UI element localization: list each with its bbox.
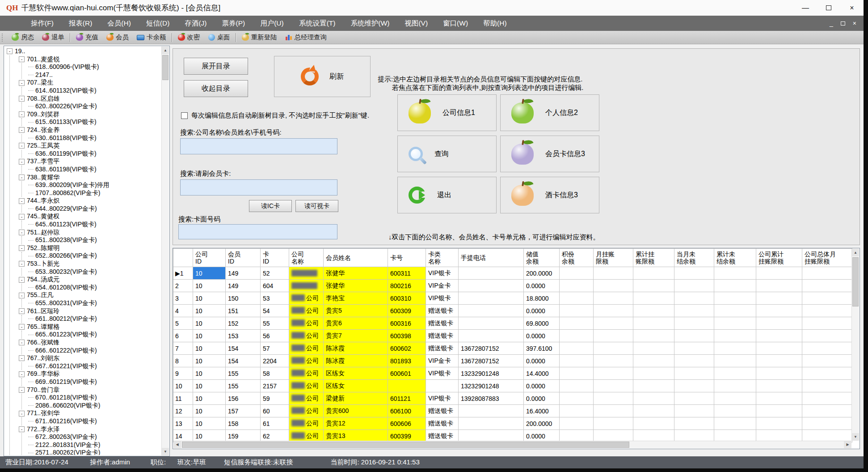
table-cell[interactable]: [459, 417, 524, 430]
table-cell[interactable]: [459, 317, 524, 330]
table-cell[interactable]: 10: [193, 417, 226, 430]
table-cell[interactable]: [756, 355, 802, 367]
tree-node-member[interactable]: -752..陈耀明: [19, 244, 160, 252]
table-cell[interactable]: 800216: [388, 280, 426, 292]
table-cell[interactable]: [426, 380, 459, 392]
table-cell[interactable]: [802, 317, 852, 330]
auto-refresh-checkbox[interactable]: [181, 112, 188, 119]
table-cell[interactable]: 10: [193, 292, 226, 305]
table-cell[interactable]: [594, 367, 633, 380]
tree-node-root[interactable]: -19..: [7, 47, 160, 55]
tree-expand-icon[interactable]: -: [19, 56, 25, 62]
column-header[interactable]: 会员 ID: [226, 249, 261, 267]
tree-card-label[interactable]: 2147..: [35, 71, 53, 79]
table-cell[interactable]: [714, 330, 756, 342]
table-cell[interactable]: 李艳宝: [324, 292, 388, 305]
menu-item[interactable]: 报表(R): [61, 19, 100, 28]
row-indicator[interactable]: 11: [173, 392, 193, 405]
tree-expand-icon[interactable]: -: [19, 426, 25, 432]
mdi-close-button[interactable]: ×: [853, 20, 856, 27]
table-cell[interactable]: 200.0000: [524, 417, 560, 430]
table-cell[interactable]: 601121: [388, 392, 426, 405]
table-cell[interactable]: [594, 267, 633, 280]
tree-expand-icon[interactable]: -: [19, 371, 25, 377]
tree-expand-icon[interactable]: -: [19, 159, 25, 165]
table-cell[interactable]: 公司: [289, 380, 324, 392]
action-button-查询[interactable]: 查询: [397, 136, 497, 172]
table-cell[interactable]: [594, 280, 633, 292]
table-cell[interactable]: 600398: [388, 330, 426, 342]
tree-expand-icon[interactable]: -: [19, 198, 25, 204]
tree-expand-icon[interactable]: -: [19, 111, 25, 117]
tree-node-label[interactable]: 772..李永泽: [27, 425, 59, 434]
tree-expand-icon[interactable]: -: [19, 261, 25, 267]
tree-node-member[interactable]: -707..梁生: [19, 79, 160, 87]
table-cell[interactable]: 604: [261, 280, 289, 292]
table-cell[interactable]: 公司: [289, 292, 324, 305]
table-cell[interactable]: [633, 342, 674, 355]
table-cell[interactable]: 600310: [388, 292, 426, 305]
table-cell[interactable]: [594, 392, 633, 405]
tree-card-label[interactable]: 670..601218(VIP银卡): [35, 394, 97, 402]
tree-node-member[interactable]: -725..王凤英: [19, 142, 160, 150]
table-cell[interactable]: VIP银卡: [426, 292, 459, 305]
tree-node-card[interactable]: 653..800232(VIP金卡): [28, 268, 160, 276]
table-cell[interactable]: [388, 380, 426, 392]
row-indicator[interactable]: ▶1: [173, 267, 193, 280]
table-cell[interactable]: [756, 267, 802, 280]
table-cell[interactable]: [459, 330, 524, 342]
tree-node-card[interactable]: 618..600906-(VIP银卡): [28, 63, 160, 71]
table-cell[interactable]: 600606: [388, 417, 426, 430]
table-cell[interactable]: 赠送银卡: [426, 417, 459, 430]
table-cell[interactable]: [560, 392, 594, 405]
column-header[interactable]: 公司 ID: [193, 249, 226, 267]
tree-card-label[interactable]: 655..800231(VIP金卡): [35, 299, 97, 307]
table-cell[interactable]: [633, 292, 674, 305]
tree-node-card[interactable]: 2147..: [28, 71, 160, 79]
table-cell[interactable]: [560, 380, 594, 392]
table-cell[interactable]: [674, 367, 714, 380]
tree-node-card[interactable]: 2122..801831(VIP金卡): [28, 441, 160, 449]
table-cell[interactable]: [714, 417, 756, 430]
table-cell[interactable]: 600316: [388, 317, 426, 330]
table-cell[interactable]: VIP银卡: [426, 367, 459, 380]
table-cell[interactable]: [714, 292, 756, 305]
table-cell[interactable]: 152: [226, 317, 261, 330]
table-cell[interactable]: [674, 405, 714, 417]
table-cell[interactable]: 赠送银卡: [426, 405, 459, 417]
table-cell[interactable]: 61: [261, 417, 289, 430]
tree-card-label[interactable]: 669..601219(VIP银卡): [35, 378, 97, 386]
table-cell[interactable]: 公司: [289, 392, 324, 405]
table-cell[interactable]: [560, 317, 594, 330]
toolbar-button-卡余额[interactable]: 卡余额: [133, 33, 170, 42]
tree-expand-icon[interactable]: -: [19, 308, 25, 314]
tree-node-card[interactable]: 645..601123(VIP银卡): [28, 221, 160, 229]
table-cell[interactable]: 801893: [388, 355, 426, 367]
tree-card-label[interactable]: 665..601223(VIP银卡): [35, 331, 97, 339]
table-cell[interactable]: [756, 392, 802, 405]
scroll-up-icon[interactable]: [852, 249, 859, 256]
tree-card-label[interactable]: 639..800209(VIP金卡)停用: [35, 181, 110, 189]
column-header[interactable]: 累计挂 账限额: [633, 249, 674, 267]
table-cell[interactable]: 397.6100: [524, 342, 560, 355]
row-indicator[interactable]: 12: [173, 405, 193, 417]
table-cell[interactable]: [560, 267, 594, 280]
tree-node-member[interactable]: -738..黄耀华: [19, 174, 160, 182]
tree-node-label[interactable]: 744..李永炽: [27, 197, 59, 205]
table-cell[interactable]: [674, 355, 714, 367]
table-cell[interactable]: [674, 267, 714, 280]
table-cell[interactable]: [756, 405, 802, 417]
tree-card-label[interactable]: 2571..800262(VIP金卡): [35, 449, 101, 455]
tree-expand-icon[interactable]: -: [19, 96, 25, 102]
table-cell[interactable]: 18.8000: [524, 292, 560, 305]
tree-node-member[interactable]: -708..区启雄: [19, 95, 160, 103]
table-cell[interactable]: 公司: [289, 367, 324, 380]
table-cell[interactable]: VIP银卡: [426, 392, 459, 405]
tree-expand-icon[interactable]: -: [19, 214, 25, 220]
column-header[interactable]: 公司累计 挂账限额: [756, 249, 802, 267]
table-cell[interactable]: [633, 355, 674, 367]
table-cell[interactable]: [633, 392, 674, 405]
menu-item[interactable]: 会员(H): [100, 19, 139, 28]
table-cell[interactable]: 13928087883: [459, 392, 524, 405]
table-cell[interactable]: [633, 405, 674, 417]
